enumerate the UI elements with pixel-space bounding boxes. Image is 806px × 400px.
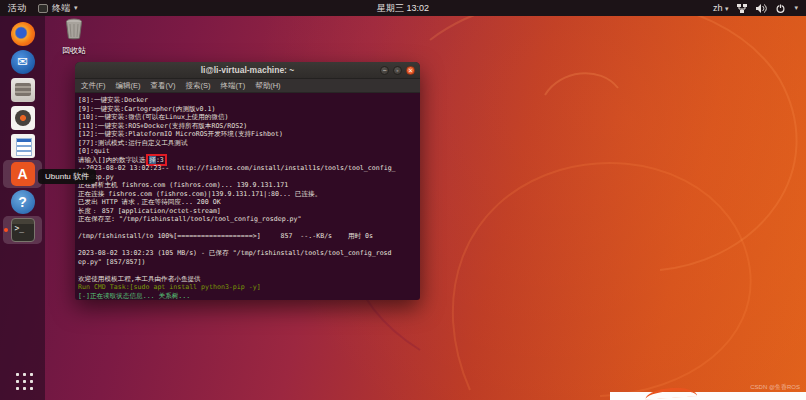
bottom-page-strip — [610, 392, 806, 400]
clock[interactable]: 星期三 13:02 — [377, 3, 429, 13]
top-bar: 活动 终端 ▾ 星期三 13:02 zh ▾ ▾ — [0, 0, 806, 16]
dock-item-thunderbird[interactable] — [3, 48, 42, 76]
terminal-line: [11]:一键安装:ROS+Docker(支持所有版本ROS/ROS2) — [78, 122, 417, 131]
app-menu[interactable]: 终端 ▾ — [38, 2, 78, 15]
close-button[interactable]: × — [406, 66, 415, 75]
chevron-down-icon[interactable]: ▾ — [794, 4, 798, 12]
dock-item-terminal[interactable] — [3, 216, 42, 244]
trash-icon — [63, 18, 85, 40]
terminal-line: rosdep.py — [78, 173, 417, 182]
dock-item-apps[interactable] — [3, 366, 42, 394]
maximize-button[interactable]: ◦ — [393, 66, 402, 75]
fish-logo-swoosh — [645, 386, 698, 400]
volume-icon[interactable] — [756, 4, 767, 13]
window-title: li@li-virtual-machine: ~ — [75, 65, 420, 75]
terminal-line: [12]:一键安装:PlateformIO MicroROS开发环境(支持Fis… — [78, 130, 417, 139]
terminal-line: [77]:测试模式:运行自定义工具测试 — [78, 139, 417, 148]
terminal-icon — [11, 218, 35, 242]
terminal-window: li@li-virtual-machine: ~ − ◦ × 文件(F)编辑(E… — [75, 62, 420, 300]
input-method-label: zh — [713, 3, 723, 13]
terminal-line: 已发出 HTTP 请求，正在等待回应... 200 OK — [78, 198, 417, 207]
terminal-line: Run CMD Task:[sudo apt install python3-p… — [78, 283, 417, 292]
terminal-app-icon — [38, 4, 48, 13]
terminal-line: 2023-08-02 13:02:23 (105 MB/s) - 已保存 "/t… — [78, 249, 417, 258]
dock — [0, 16, 45, 400]
dock-item-software[interactable] — [3, 160, 42, 188]
app-menu-label: 终端 — [52, 2, 70, 15]
activities-button[interactable]: 活动 — [8, 2, 26, 15]
apps-icon — [13, 370, 33, 390]
menu-item-2[interactable]: 查看(V) — [151, 81, 176, 91]
menu-item-4[interactable]: 终端(T) — [221, 81, 246, 91]
terminal-menubar: 文件(F)编辑(E)查看(V)搜索(S)终端(T)帮助(H) — [75, 79, 420, 93]
running-indicator — [4, 228, 8, 232]
window-titlebar[interactable]: li@li-virtual-machine: ~ − ◦ × — [75, 62, 420, 79]
terminal-line: 正在连接 fishros.com (fishros.com)|139.9.131… — [78, 190, 417, 199]
terminal-line — [78, 241, 417, 250]
menu-item-5[interactable]: 帮助(H) — [255, 81, 280, 91]
terminal-line: [-]正在读取状态信息... 关系树... — [78, 292, 417, 301]
dock-item-help[interactable] — [3, 188, 42, 216]
chevron-down-icon: ▾ — [725, 5, 729, 12]
power-icon[interactable] — [776, 4, 785, 13]
terminal-line: [0]:quit — [78, 147, 417, 156]
dock-tooltip: Ubuntu 软件 — [38, 169, 96, 184]
terminal-line: 正在保存至: "/tmp/fishinstall/tools/tool_conf… — [78, 215, 417, 224]
terminal-line: 正在解析主机 fishros.com (fishros.com)... 139.… — [78, 181, 417, 190]
help-icon — [11, 190, 35, 214]
writer-icon — [11, 134, 35, 158]
dock-item-writer[interactable] — [3, 132, 42, 160]
csdn-watermark: CSDN @鱼香ROS — [750, 383, 800, 392]
thunderbird-icon — [11, 50, 35, 74]
rhythmbox-icon — [11, 106, 35, 130]
desktop: 活动 终端 ▾ 星期三 13:02 zh ▾ ▾ — [0, 0, 806, 400]
terminal-line: [9]:一键安装:Cartographer(内测版v0.1) — [78, 105, 417, 114]
dock-item-firefox[interactable] — [3, 20, 42, 48]
trash-label: 回收站 — [52, 45, 96, 56]
software-icon — [11, 162, 35, 186]
minimize-button[interactable]: − — [380, 66, 389, 75]
terminal-line: /tmp/fishinstall/to 100%[===============… — [78, 232, 417, 241]
input-method-indicator[interactable]: zh ▾ — [713, 3, 729, 13]
terminal-line: --2023-08-02 13:02:23-- http://fishros.c… — [78, 164, 417, 173]
terminal-line: 长度： 857 [application/octet-stream] — [78, 207, 417, 216]
menu-item-0[interactable]: 文件(F) — [81, 81, 106, 91]
chevron-down-icon: ▾ — [74, 4, 78, 12]
terminal-line — [78, 266, 417, 275]
menu-item-3[interactable]: 搜索(S) — [186, 81, 211, 91]
terminal-line: ep.py" [857/857]) — [78, 258, 417, 267]
dock-item-rhythmbox[interactable] — [3, 104, 42, 132]
terminal-line: 请输入[]内的数字以选择:3 — [78, 156, 417, 165]
terminal-line: 欢迎使用模板工程,本工具由作者小鱼提供 — [78, 275, 417, 284]
network-icon[interactable] — [737, 4, 747, 13]
dock-item-files[interactable] — [3, 76, 42, 104]
files-icon — [11, 78, 35, 102]
terminal-line: [8]:一键安装:Docker — [78, 96, 417, 105]
terminal-line — [78, 224, 417, 233]
terminal-body[interactable]: [8]:一键安装:Docker[9]:一键安装:Cartographer(内测版… — [75, 93, 420, 300]
menu-item-1[interactable]: 编辑(E) — [116, 81, 141, 91]
trash-shortcut[interactable]: 回收站 — [52, 18, 96, 56]
terminal-line: [10]:一键安装:微信(可以在Linux上使用的微信) — [78, 113, 417, 122]
firefox-icon — [11, 22, 35, 46]
